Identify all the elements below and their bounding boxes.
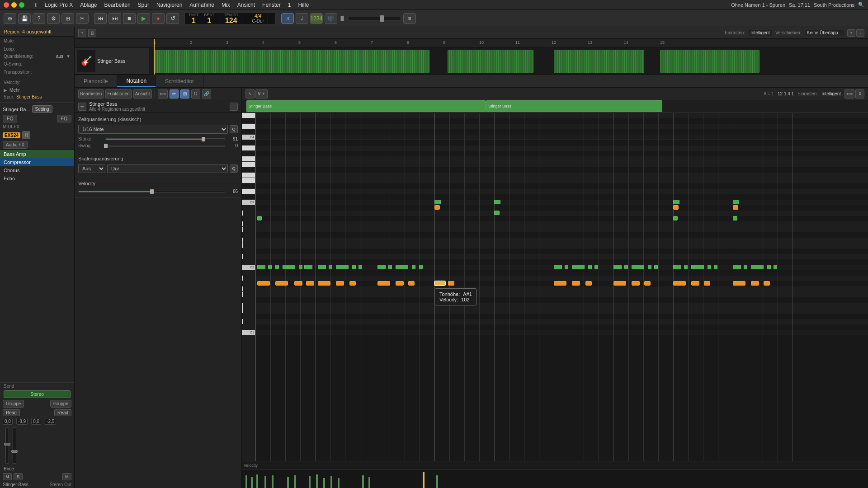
key-gs2[interactable] — [242, 221, 243, 227]
note-as1-9c[interactable] — [294, 281, 302, 286]
key-a1[interactable] — [242, 281, 243, 286]
note-c2-16a[interactable] — [673, 265, 681, 269]
gruppe-button[interactable]: Gruppe — [3, 400, 24, 408]
key-ds4[interactable] — [242, 118, 255, 124]
region-3[interactable] — [554, 50, 644, 73]
note-as1-15b[interactable] — [632, 281, 640, 286]
smart-controls-btn[interactable]: ⊕ — [4, 13, 16, 24]
key-fs1[interactable] — [242, 297, 243, 303]
eq-right-button[interactable]: EQ — [57, 115, 71, 122]
note-c2-10d[interactable] — [352, 265, 356, 269]
cycle-btn[interactable]: ↺ — [166, 13, 179, 24]
key-g1[interactable] — [242, 292, 243, 297]
time-sig-display[interactable]: 4/4 C-Dur — [248, 12, 268, 25]
zoom-h-btn[interactable]: ⟺ — [844, 89, 854, 99]
note-c3-17[interactable] — [733, 200, 739, 204]
mute-button[interactable]: M — [3, 473, 12, 480]
key-e2[interactable] — [242, 243, 243, 249]
search-icon[interactable]: 🔍 — [858, 2, 864, 8]
fastforward-btn[interactable]: ⏭ — [108, 13, 121, 24]
menu-bearbeiten[interactable]: Bearbeiten — [104, 2, 131, 8]
options-btn[interactable]: ≡ — [403, 13, 416, 24]
vel-bar-7[interactable] — [294, 475, 296, 488]
key-b1[interactable] — [242, 270, 243, 276]
note-c3-13[interactable] — [494, 200, 500, 204]
key-c1[interactable]: C1 — [242, 330, 255, 335]
region-2[interactable] — [448, 50, 533, 73]
key-ds2[interactable] — [242, 249, 243, 254]
vel-bar-1[interactable] — [245, 475, 247, 488]
preset-btn[interactable]: 1234 — [310, 13, 323, 24]
key-g3[interactable] — [242, 162, 255, 167]
eq-left-button[interactable]: EQ — [3, 115, 17, 122]
quantize-q-btn[interactable]: Q — [230, 125, 238, 133]
note-c2-9b[interactable] — [268, 265, 272, 269]
note-as1-11c[interactable] — [408, 281, 415, 286]
stop-btn[interactable]: ■ — [123, 13, 136, 24]
key-as2[interactable] — [242, 211, 243, 216]
record-btn[interactable]: ● — [152, 13, 165, 24]
key-b3[interactable] — [242, 140, 255, 145]
note-c2-15e[interactable] — [654, 265, 658, 269]
swing-slider[interactable] — [105, 145, 225, 147]
minimize-button[interactable] — [11, 2, 17, 8]
key-as1[interactable] — [242, 276, 243, 281]
aus-select[interactable]: Aus — [78, 164, 105, 173]
note-as1-17a[interactable] — [733, 281, 745, 286]
note-c2-11d[interactable] — [412, 265, 415, 269]
audio-fx-button[interactable]: Audio FX — [3, 141, 28, 149]
note-as1-9a[interactable] — [257, 281, 270, 286]
note-c2-10b[interactable] — [329, 265, 332, 269]
plugin-bass-amp[interactable]: Bass Amp — [0, 150, 74, 158]
zoom-v-btn[interactable]: ⇕ — [855, 89, 864, 99]
maximize-button[interactable] — [19, 2, 24, 8]
note-c3-12[interactable] — [434, 200, 441, 204]
save-btn[interactable]: 💾 — [18, 13, 31, 24]
vel-bar-selected[interactable] — [423, 472, 425, 488]
key-d4[interactable] — [242, 124, 255, 129]
note-c2-14d[interactable] — [588, 265, 592, 269]
key-c3[interactable]: C3 — [242, 200, 255, 205]
dur-select[interactable]: Dur — [107, 164, 228, 173]
note-as1-16b[interactable] — [691, 281, 699, 286]
collapse-btn[interactable] — [230, 103, 238, 111]
tuner-btn[interactable]: ♩ — [296, 13, 308, 24]
key-ds3[interactable] — [242, 183, 255, 189]
note-c2-14a[interactable] — [554, 265, 562, 269]
note-c2-15d[interactable] — [648, 265, 651, 269]
key-cs3[interactable] — [242, 194, 255, 200]
apple-menu[interactable]:  — [35, 1, 38, 9]
velocity-slider[interactable] — [78, 191, 225, 192]
note-c2-11a[interactable] — [377, 265, 386, 269]
tab-pianorolle[interactable]: Pianorolle — [75, 75, 117, 87]
menu-ansicht[interactable]: Ansicht — [237, 2, 255, 8]
position-display[interactable]: TAKT 1 BEAT 1 TEMPO 124 4/4 C-Dur — [184, 12, 276, 25]
score-btn[interactable]: 🎼 — [325, 13, 337, 24]
scissors-btn[interactable]: ✂ — [76, 13, 89, 24]
settings-btn[interactable]: ⚙ — [47, 13, 60, 24]
note-c2-10a[interactable] — [318, 265, 326, 269]
note-c2-15b[interactable] — [624, 265, 628, 269]
tempo-display[interactable]: TEMPO 124 — [220, 12, 242, 25]
note-c2-14e[interactable] — [594, 265, 598, 269]
key-fs2[interactable] — [242, 232, 243, 238]
key-as3[interactable] — [242, 145, 255, 151]
key-b2[interactable] — [242, 205, 243, 211]
rewind-btn[interactable]: ⏮ — [94, 13, 107, 24]
note-as1-10c[interactable] — [349, 281, 356, 286]
key-g2[interactable] — [242, 227, 243, 232]
key-cs1[interactable] — [242, 324, 243, 330]
solo-button[interactable]: S — [14, 473, 23, 480]
key-a3[interactable] — [242, 151, 255, 156]
key-gs1[interactable] — [242, 286, 243, 292]
key-e1[interactable] — [242, 308, 243, 314]
vel-bar-8[interactable] — [309, 476, 311, 488]
ansicht-menu-btn[interactable]: Ansicht — [133, 89, 152, 99]
staerke-slider[interactable] — [105, 138, 225, 140]
vel-bar-15[interactable] — [436, 475, 438, 488]
note-b2-12[interactable] — [434, 205, 440, 210]
note-as1-10a[interactable] — [318, 281, 330, 286]
note-a2-16b[interactable] — [673, 216, 678, 221]
note-c2-15a[interactable] — [613, 265, 622, 269]
key-a2[interactable] — [242, 216, 243, 221]
